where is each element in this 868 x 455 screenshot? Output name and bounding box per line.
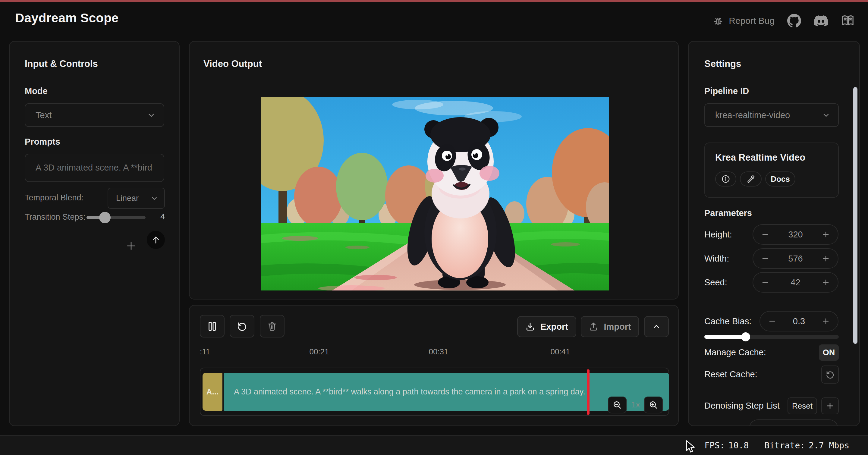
pipeline-id-select[interactable]: krea-realtime-video xyxy=(704,103,839,127)
input-controls-panel: Input & Controls Mode Text Prompts Tempo… xyxy=(9,41,180,426)
top-accent-bar xyxy=(0,0,868,2)
pipeline-card: Krea Realtime Video Docs xyxy=(704,142,839,198)
cache-bias-stepper: 0.3 xyxy=(760,311,838,331)
plus-icon[interactable] xyxy=(822,230,830,239)
bitrate-status: Bitrate: 2.7 Mbps xyxy=(764,441,849,451)
pipeline-docs-button[interactable]: Docs xyxy=(765,171,795,187)
plus-icon[interactable] xyxy=(822,317,830,325)
settings-panel: Settings Pipeline ID krea-realtime-video… xyxy=(688,41,860,426)
submit-prompt-button[interactable] xyxy=(147,231,165,249)
reset-cache-button[interactable] xyxy=(821,365,839,384)
daydream-scope-app: Daydream Scope Report Bug xyxy=(0,0,868,455)
delete-button[interactable] xyxy=(260,315,284,337)
denoising-add-button[interactable] xyxy=(821,397,839,414)
docs-button-label: Docs xyxy=(771,174,790,184)
time-marker: :11 xyxy=(200,347,210,356)
denoising-step-stepper-partial xyxy=(749,419,838,426)
trash-icon xyxy=(267,321,277,332)
timeline-zoom-in-button[interactable] xyxy=(644,396,663,414)
playhead[interactable] xyxy=(587,369,590,415)
manage-cache-label: Manage Cache: xyxy=(704,348,766,357)
discord-icon[interactable] xyxy=(814,15,828,27)
restart-icon xyxy=(825,370,835,379)
plus-icon xyxy=(826,401,835,411)
header-actions: Report Bug xyxy=(712,12,855,30)
height-label: Height: xyxy=(704,230,732,239)
fps-label: FPS: xyxy=(704,441,724,451)
pipeline-id-value: krea-realtime-video xyxy=(715,110,790,120)
width-stepper: 576 xyxy=(752,248,838,269)
fps-status: FPS: 10.8 xyxy=(704,441,749,451)
width-label: Width: xyxy=(704,254,729,264)
docs-book-icon[interactable] xyxy=(841,14,855,27)
clip-text: A 3D animated scene. A **bird** walks al… xyxy=(234,387,585,396)
pipeline-info-button[interactable] xyxy=(715,171,736,187)
timeline-track[interactable]: A... A 3D animated scene. A **bird** wal… xyxy=(200,368,669,416)
transition-steps-value: 4 xyxy=(160,212,165,222)
zoom-out-icon xyxy=(613,400,622,410)
report-bug-button[interactable]: Report Bug xyxy=(712,14,775,27)
chevron-up-icon xyxy=(652,322,661,331)
github-icon[interactable] xyxy=(787,14,801,28)
minus-icon[interactable] xyxy=(761,278,770,287)
timeline-zoom-level: 1x xyxy=(628,400,643,410)
clip-segment-main[interactable]: A 3D animated scene. A **bird** walks al… xyxy=(224,373,669,411)
video-frame[interactable] xyxy=(261,97,609,290)
denoising-reset-label: Reset xyxy=(792,401,812,411)
cache-bias-value[interactable]: 0.3 xyxy=(793,316,805,326)
export-button[interactable]: Export xyxy=(517,316,576,337)
restart-button[interactable] xyxy=(230,315,254,337)
denoising-reset-button[interactable]: Reset xyxy=(787,397,817,414)
import-button[interactable]: Import xyxy=(581,316,639,337)
minus-icon[interactable] xyxy=(761,254,770,263)
seed-value[interactable]: 42 xyxy=(790,278,800,288)
plus-icon[interactable] xyxy=(822,254,830,263)
timeline-zoom-out-button[interactable] xyxy=(608,396,627,414)
cache-bias-slider[interactable] xyxy=(704,335,839,339)
seed-stepper: 42 xyxy=(752,272,838,293)
temporal-blend-label: Temporal Blend: xyxy=(25,193,84,202)
info-icon xyxy=(721,174,730,184)
time-marker: 00:41 xyxy=(550,347,570,356)
manage-cache-toggle[interactable]: ON xyxy=(819,345,839,361)
video-output-panel: Video Output xyxy=(189,41,679,299)
collapse-timeline-button[interactable] xyxy=(644,316,669,337)
cache-bias-label: Cache Bias: xyxy=(704,316,751,326)
minus-icon[interactable] xyxy=(768,317,776,325)
denoising-step-list-label: Denoising Step List xyxy=(704,401,780,411)
pause-button[interactable] xyxy=(200,315,224,337)
plus-icon[interactable] xyxy=(822,278,830,287)
minus-icon[interactable] xyxy=(761,230,770,239)
reset-cache-label: Reset Cache: xyxy=(704,369,757,379)
slider-handle[interactable] xyxy=(99,212,111,223)
temporal-blend-value: Linear xyxy=(116,194,138,203)
fps-value: 10.8 xyxy=(728,441,749,451)
mode-select[interactable]: Text xyxy=(25,103,164,127)
temporal-blend-select[interactable]: Linear xyxy=(107,188,165,209)
height-value[interactable]: 320 xyxy=(788,230,803,239)
clip-segment-short[interactable]: A... xyxy=(203,373,222,411)
mode-value: Text xyxy=(36,110,52,120)
zoom-in-icon xyxy=(649,400,658,410)
slider-handle[interactable] xyxy=(741,332,750,342)
settings-scrollbar[interactable] xyxy=(853,87,858,344)
slider-fill xyxy=(704,335,745,339)
seed-label: Seed: xyxy=(704,278,727,288)
prompt-input[interactable] xyxy=(25,154,164,182)
export-label: Export xyxy=(540,322,568,332)
status-bar: FPS: 10.8 Bitrate: 2.7 Mbps xyxy=(0,435,868,455)
manage-cache-value: ON xyxy=(823,348,835,357)
height-stepper: 320 xyxy=(752,224,838,245)
add-prompt-button[interactable] xyxy=(122,237,140,255)
mode-label: Mode xyxy=(25,86,48,96)
pipeline-id-label: Pipeline ID xyxy=(704,86,749,96)
pipeline-tools-button[interactable] xyxy=(740,171,762,187)
width-value[interactable]: 576 xyxy=(788,254,803,264)
chevron-down-icon xyxy=(150,194,158,202)
clip-short-label: A... xyxy=(207,387,218,396)
settings-title: Settings xyxy=(704,59,741,69)
transition-steps-slider[interactable] xyxy=(87,216,146,219)
app-title: Daydream Scope xyxy=(15,11,119,25)
pause-icon xyxy=(208,321,217,331)
hammer-icon xyxy=(746,174,755,184)
